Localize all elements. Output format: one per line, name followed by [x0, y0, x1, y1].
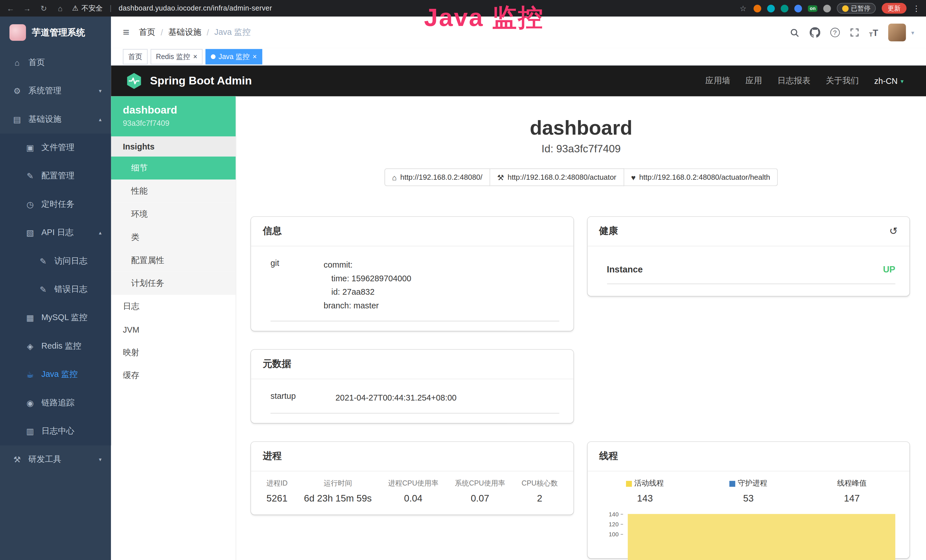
reload-icon[interactable]: ↻ — [39, 4, 48, 12]
sba-item-caches[interactable]: 缓存 — [111, 364, 236, 387]
extension-icon[interactable] — [767, 5, 775, 12]
tab-redis-monitor[interactable]: Redis 监控 × — [151, 49, 203, 65]
instance-link-home[interactable]: ⌂ http://192.168.0.2:48080/ — [384, 168, 490, 186]
stat-process-cpu: 进程CPU使用率 0.04 — [388, 478, 439, 504]
sba-item-logs[interactable]: 日志 — [111, 295, 236, 318]
sba-item-mappings[interactable]: 映射 — [111, 341, 236, 364]
sidebar-item-error-logs[interactable]: ✎ 错误日志 — [0, 275, 111, 304]
health-instance-label: Instance — [607, 264, 643, 274]
sba-item-config-props[interactable]: 配置属性 — [111, 249, 236, 272]
sba-brand[interactable]: Spring Boot Admin — [125, 72, 252, 90]
sidebar-item-infrastructure[interactable]: ▤ 基础设施 ▴ — [0, 105, 111, 133]
sidebar-item-api-logs[interactable]: ▧ API 日志 ▴ — [0, 218, 111, 247]
app-title: 芋道管理系统 — [32, 27, 85, 38]
sidebar-item-label: 链路追踪 — [41, 398, 74, 408]
browser-menu-icon[interactable]: ⋮ — [912, 4, 920, 12]
sba-nav-links: 应用墙 应用 日志报表 关于我们 zh-CN ▾ — [705, 76, 912, 86]
sidebar-fold-icon[interactable]: ≡ — [123, 26, 130, 39]
github-icon[interactable] — [809, 27, 820, 38]
access-log-icon: ✎ — [38, 256, 48, 266]
avatar-caret-icon[interactable]: ▾ — [911, 29, 914, 36]
sidebar-item-scheduled-tasks[interactable]: ◷ 定时任务 — [0, 190, 111, 218]
history-icon[interactable]: ↺ — [889, 225, 898, 238]
extension-icon[interactable] — [754, 5, 761, 12]
sidebar-item-trace[interactable]: ◉ 链路追踪 — [0, 389, 111, 417]
profile-paused-badge[interactable]: 已暂停 — [837, 3, 876, 14]
sba-navbar: Spring Boot Admin 应用墙 应用 日志报表 关于我们 zh-CN… — [111, 66, 926, 97]
instance-title: dashboard — [236, 117, 926, 139]
tab-home[interactable]: 首页 — [123, 49, 148, 65]
sidebar-item-label: 日志中心 — [41, 426, 74, 436]
sba-item-details[interactable]: 细节 — [111, 157, 236, 180]
search-icon[interactable] — [790, 27, 799, 37]
instance-link-health[interactable]: ♥ http://192.168.0.2:48080/actuator/heal… — [624, 168, 778, 186]
extension-icon[interactable] — [781, 5, 788, 12]
security-indicator[interactable]: ⚠ 不安全 — [72, 3, 103, 13]
sidebar-item-system-management[interactable]: ⚙ 系统管理 ▾ — [0, 77, 111, 105]
chrome-toolbar-right: ☆ on 已暂停 更新 ⋮ — [738, 3, 920, 14]
instance-link-actuator[interactable]: ⚒ http://192.168.0.2:48080/actuator — [490, 168, 624, 186]
fullscreen-icon[interactable] — [850, 28, 859, 37]
forward-icon[interactable]: → — [23, 4, 32, 12]
breadcrumb: 首页 / 基础设施 / Java 监控 — [139, 27, 251, 38]
sba-nav-applications[interactable]: 应用 — [746, 76, 762, 86]
user-avatar[interactable] — [888, 24, 906, 41]
instance-links: ⌂ http://192.168.0.2:48080/ ⚒ http://192… — [236, 168, 926, 186]
sidebar-item-redis-monitor[interactable]: ◈ Redis 监控 — [0, 332, 111, 360]
breadcrumb-section[interactable]: 基础设施 — [168, 27, 201, 38]
sba-item-scheduled-tasks[interactable]: 计划任务 — [111, 272, 236, 295]
address-url[interactable]: dashboard.yudao.iocoder.cn/infra/admin-s… — [119, 4, 272, 12]
sidebar-item-home[interactable]: ⌂ 首页 — [0, 48, 111, 77]
sba-instance-header[interactable]: dashboard 93a3fc7f7409 — [111, 97, 236, 137]
chrome-home-icon[interactable]: ⌂ — [56, 4, 65, 12]
close-icon[interactable]: × — [253, 53, 257, 61]
sidebar-item-config-management[interactable]: ✎ 配置管理 — [0, 162, 111, 190]
sba-item-environment[interactable]: 环境 — [111, 203, 236, 226]
wrench-icon: ⚒ — [497, 173, 504, 182]
help-icon[interactable]: ? — [830, 28, 840, 37]
sidebar-item-label: 访问日志 — [54, 256, 88, 266]
breadcrumb-separator: / — [207, 28, 209, 37]
active-tab-dot — [211, 54, 216, 59]
topbar-actions: ? TT ▾ — [790, 24, 914, 41]
back-icon[interactable]: ← — [6, 4, 15, 12]
sba-item-classes[interactable]: 类 — [111, 226, 236, 249]
sidebar-item-java-monitor[interactable]: ☕ Java 监控 — [0, 360, 111, 389]
sba-nav-journal[interactable]: 日志报表 — [778, 76, 811, 86]
tab-java-monitor[interactable]: Java 监控 × — [206, 49, 262, 65]
sba-item-performance[interactable]: 性能 — [111, 180, 236, 203]
locale-selector[interactable]: zh-CN ▾ — [874, 76, 903, 86]
sidebar-item-dev-tools[interactable]: ⚒ 研发工具 ▾ — [0, 445, 111, 474]
chart-plot-area — [627, 511, 895, 560]
update-button[interactable]: 更新 — [882, 3, 906, 14]
extension-on-badge[interactable]: on — [808, 5, 817, 12]
extension-icon[interactable] — [823, 5, 831, 12]
sba-nav-about[interactable]: 关于我们 — [826, 76, 859, 86]
spring-boot-admin: Spring Boot Admin 应用墙 应用 日志报表 关于我们 zh-CN… — [111, 66, 926, 560]
tags-view-bar: 首页 Redis 监控 × Java 监控 × — [111, 48, 926, 66]
sidebar-item-label: 研发工具 — [28, 454, 61, 465]
sidebar-item-log-center[interactable]: ▥ 日志中心 — [0, 417, 111, 445]
breadcrumb-home[interactable]: 首页 — [139, 27, 156, 38]
sba-item-jvm[interactable]: JVM — [111, 318, 236, 341]
tab-label: Java 监控 — [218, 51, 250, 62]
info-card: 信息 git commit: time: 1596289704000 id: 2… — [251, 217, 573, 331]
sidebar-item-label: 错误日志 — [54, 284, 88, 295]
extension-icon[interactable] — [794, 5, 802, 12]
sidebar-item-access-logs[interactable]: ✎ 访问日志 — [0, 247, 111, 275]
screen: ← → ↻ ⌂ ⚠ 不安全 | dashboard.yudao.iocoder.… — [0, 0, 926, 560]
sidebar-item-mysql-monitor[interactable]: ▦ MySQL 监控 — [0, 304, 111, 332]
legend-daemon-threads: 守护进程 53 — [697, 478, 800, 504]
sba-content: dashboard Id: 93a3fc7f7409 ⌂ http://192.… — [236, 97, 926, 560]
process-card: 进程 进程ID 5261 运行时间 6d 23h 15m 59s — [251, 442, 573, 515]
sidebar-item-label: 首页 — [28, 58, 45, 68]
close-icon[interactable]: × — [193, 53, 197, 61]
font-size-icon[interactable]: TT — [869, 27, 878, 37]
sba-nav-wallboard[interactable]: 应用墙 — [705, 76, 730, 86]
java-icon: ☕ — [25, 370, 35, 379]
bookmark-star-icon[interactable]: ☆ — [738, 4, 748, 12]
process-stats: 进程ID 5261 运行时间 6d 23h 15m 59s 进程CPU使用率 — [251, 471, 573, 515]
sidebar-item-file-management[interactable]: ▣ 文件管理 — [0, 133, 111, 162]
breadcrumb-separator: / — [160, 28, 163, 37]
sidebar-item-label: 基础设施 — [28, 114, 61, 125]
